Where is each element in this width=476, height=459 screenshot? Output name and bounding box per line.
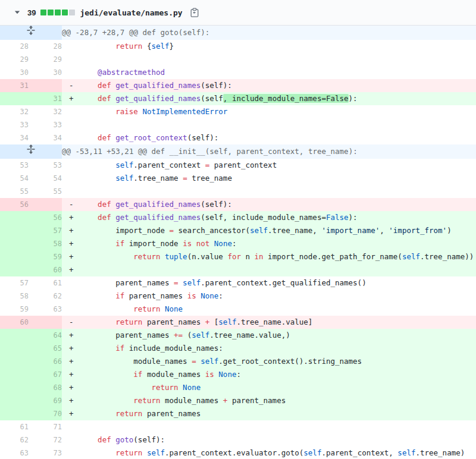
line-number-new[interactable]: 64 (29, 329, 62, 342)
code-segment (80, 213, 98, 222)
code-segment: in (255, 252, 264, 261)
hunk-expand-button[interactable] (0, 26, 62, 40)
line-number-old[interactable]: 32 (0, 105, 29, 118)
code-segment: get_qualified_names (115, 200, 201, 209)
line-number-new[interactable]: 71 (29, 420, 62, 433)
line-number-old[interactable]: 31 (0, 79, 29, 92)
code-line: @abstractmethod (62, 66, 476, 79)
code-segment: goto (115, 435, 133, 444)
line-number-old[interactable] (0, 224, 29, 237)
line-number-old[interactable]: 57 (0, 276, 29, 290)
line-number-new[interactable]: 63 (29, 303, 62, 316)
diff-row-context: 5963 return None (0, 303, 476, 316)
line-number-new[interactable]: 57 (29, 224, 62, 237)
code-segment: self (115, 161, 133, 169)
line-number-new[interactable]: 72 (29, 433, 62, 447)
line-number-old[interactable] (0, 92, 29, 105)
code-segment: def (98, 200, 111, 209)
line-number-old[interactable]: 34 (0, 131, 29, 144)
diff-row-addition: 56+ def get_qualified_names(self, includ… (0, 211, 476, 224)
line-number-new[interactable] (29, 316, 62, 329)
line-number-old[interactable] (0, 368, 29, 381)
line-number-new[interactable]: 70 (29, 407, 62, 420)
line-number-new[interactable]: 53 (29, 159, 62, 172)
line-number-old[interactable]: 58 (0, 290, 29, 303)
line-number-new[interactable]: 56 (29, 211, 62, 224)
code-line: + if import_node is not None: (62, 237, 476, 250)
line-number-old[interactable]: 63 (0, 447, 29, 459)
file-path-link[interactable]: jedi/evaluate/names.py (80, 8, 182, 17)
line-number-new[interactable] (29, 79, 62, 92)
line-number-new[interactable]: 62 (29, 290, 62, 303)
line-number-old[interactable] (0, 329, 29, 342)
code-segment (80, 435, 98, 444)
line-number-new[interactable]: 73 (29, 447, 62, 459)
line-number-new[interactable]: 67 (29, 368, 62, 381)
line-number-new[interactable] (29, 198, 62, 211)
diffstat-square-neutral (69, 10, 75, 15)
line-number-new[interactable]: 30 (29, 66, 62, 79)
diff-marker: + (62, 250, 80, 263)
line-number-old[interactable] (0, 211, 29, 224)
line-number-new[interactable]: 31 (29, 92, 62, 105)
line-number-new[interactable]: 60 (29, 263, 62, 276)
line-number-new[interactable]: 58 (29, 237, 62, 250)
line-number-old[interactable]: 61 (0, 420, 29, 433)
diff-row-context: 5862 if parent_names is None: (0, 290, 476, 303)
code-segment: self (402, 252, 420, 261)
code-segment: = (174, 278, 178, 287)
code-segment: .parent_context (133, 161, 205, 169)
diff-row-context: 5353 self.parent_context = parent_contex… (0, 159, 476, 172)
line-number-new[interactable]: 69 (29, 394, 62, 407)
line-number-new[interactable]: 68 (29, 381, 62, 394)
line-number-old[interactable] (0, 355, 29, 368)
line-number-old[interactable]: 33 (0, 118, 29, 131)
diff-row-context: 3232 raise NotImplementedError (0, 105, 476, 118)
code-line: self.tree_name = tree_name (62, 172, 476, 185)
line-number-new[interactable]: 55 (29, 185, 62, 198)
line-number-old[interactable]: 62 (0, 433, 29, 447)
diff-row-context: 3030 @abstractmethod (0, 66, 476, 79)
line-number-new[interactable]: 28 (29, 40, 62, 53)
line-number-old[interactable]: 59 (0, 303, 29, 316)
line-number-old[interactable]: 29 (0, 53, 29, 66)
line-number-old[interactable]: 28 (0, 40, 29, 53)
line-number-old[interactable] (0, 407, 29, 420)
hunk-expand-button[interactable] (0, 144, 62, 159)
line-number-old[interactable] (0, 381, 29, 394)
line-number-new[interactable]: 54 (29, 172, 62, 185)
line-number-new[interactable]: 61 (29, 276, 62, 290)
line-number-old[interactable] (0, 394, 29, 407)
line-number-old[interactable]: 56 (0, 198, 29, 211)
code-line: if parent_names is None: (62, 290, 476, 303)
code-line: + def get_qualified_names(self, include_… (62, 92, 476, 105)
line-number-new[interactable]: 33 (29, 118, 62, 131)
code-segment: is (183, 239, 192, 248)
copy-path-button[interactable] (189, 7, 201, 19)
line-number-old[interactable] (0, 250, 29, 263)
diff-marker: + (62, 407, 80, 420)
line-number-old[interactable]: 54 (0, 172, 29, 185)
code-line: + return tuple(n.value for n in import_n… (62, 250, 476, 263)
line-number-new[interactable]: 32 (29, 105, 62, 118)
line-number-old[interactable]: 55 (0, 185, 29, 198)
diff-row-context: 6272 def goto(self): (0, 433, 476, 447)
line-number-old[interactable] (0, 263, 29, 276)
line-number-old[interactable]: 30 (0, 66, 29, 79)
line-number-new[interactable]: 59 (29, 250, 62, 263)
line-number-old[interactable] (0, 237, 29, 250)
line-number-new[interactable]: 34 (29, 131, 62, 144)
code-segment: (self): (201, 81, 232, 90)
line-number-new[interactable]: 65 (29, 342, 62, 355)
line-number-old[interactable] (0, 342, 29, 355)
code-line: + if include_module_names: (62, 342, 476, 355)
line-number-new[interactable]: 29 (29, 53, 62, 66)
line-number-old[interactable]: 53 (0, 159, 29, 172)
code-line (62, 420, 476, 433)
code-segment: is (187, 291, 196, 300)
line-number-old[interactable]: 60 (0, 316, 29, 329)
line-number-new[interactable]: 66 (29, 355, 62, 368)
code-segment: : (236, 370, 241, 379)
code-segment: module_names (160, 396, 223, 405)
collapse-file-button[interactable] (11, 9, 24, 16)
